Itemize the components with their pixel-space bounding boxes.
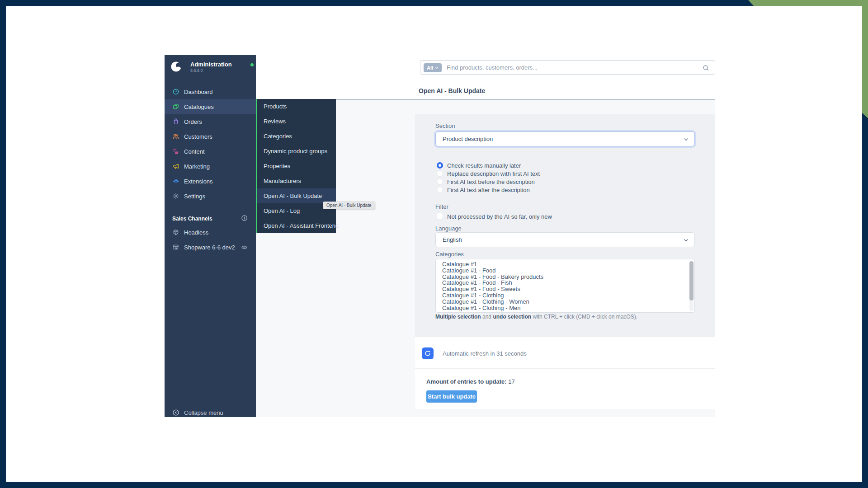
search-input[interactable] xyxy=(447,61,691,74)
filter-checkbox-label: Not processed by the AI so far, only new xyxy=(447,213,552,220)
extensions-icon xyxy=(172,178,179,185)
collapse-menu-button[interactable]: Collapse menu xyxy=(165,405,256,420)
page-title: Open AI - Bulk Update xyxy=(419,87,485,94)
add-sales-channel-button[interactable] xyxy=(241,215,248,221)
start-bulk-update-button[interactable]: Start bulk update xyxy=(426,390,477,403)
radio-label: Check results manually later xyxy=(447,162,521,169)
list-item[interactable]: Catalogue #1 - Clothing - Men xyxy=(436,305,694,311)
flyout-item-products[interactable]: Products xyxy=(257,99,336,114)
list-item[interactable]: Catalogue #1 - Clothing - Women xyxy=(436,299,694,305)
marketing-icon xyxy=(172,163,179,170)
collapse-icon xyxy=(172,409,179,416)
sidebar-item-label: Dashboard xyxy=(184,89,213,95)
eye-icon[interactable] xyxy=(241,244,248,251)
sidebar-item-orders[interactable]: Orders xyxy=(165,114,256,129)
radio-icon xyxy=(437,178,443,185)
flyout-item-properties[interactable]: Properties xyxy=(257,159,336,174)
sidebar-item-dashboard[interactable]: Dashboard xyxy=(165,84,256,99)
sidebar-header: Administration 6.6.9.0 xyxy=(171,61,252,74)
list-item[interactable]: Catalogue #1 - Free time & electronics xyxy=(436,311,694,313)
section-select[interactable]: Product description xyxy=(435,131,695,146)
scrollbar-thumb[interactable] xyxy=(689,261,693,300)
categories-label: Categories xyxy=(435,251,464,258)
language-select-value: English xyxy=(443,236,462,243)
global-search-bar: All xyxy=(420,60,715,75)
categories-list: Catalogue #1 Catalogue #1 - Food Catalog… xyxy=(436,261,694,313)
chevron-down-icon xyxy=(683,237,689,243)
sidebar-item-settings[interactable]: Settings xyxy=(165,189,256,204)
sidebar: Administration 6.6.9.0 Dashboard Catalog… xyxy=(165,55,256,417)
tooltip: Open AI - Bulk Update xyxy=(323,202,375,209)
list-item[interactable]: Catalogue #1 xyxy=(436,261,694,267)
multi-select-hint: Multiple selection and undo selection wi… xyxy=(435,314,637,320)
filter-label: Filter xyxy=(435,203,448,210)
refresh-icon xyxy=(424,350,431,357)
catalogues-icon xyxy=(172,103,179,110)
entries-label: Amount of entries to update: xyxy=(426,378,507,385)
sidebar-item-label: Shopware 6-6 dev2 xyxy=(184,244,235,251)
list-item[interactable]: Catalogue #1 - Food - Sweets xyxy=(436,286,694,292)
app-version: 6.6.9.0 xyxy=(190,68,203,73)
section-select-value: Product description xyxy=(443,136,493,142)
catalogues-flyout-menu: Products Reviews Categories Dynamic prod… xyxy=(256,99,336,233)
card-divider xyxy=(415,368,715,369)
gear-icon xyxy=(172,192,179,200)
flyout-item-dynamic-product-groups[interactable]: Dynamic product groups xyxy=(257,144,336,159)
dashboard-icon xyxy=(172,88,179,95)
sidebar-item-extensions[interactable]: Extensions xyxy=(165,174,256,189)
radio-icon xyxy=(437,187,443,193)
sidebar-item-label: Content xyxy=(184,148,205,155)
desktop-frame: Administration 6.6.9.0 Dashboard Catalog… xyxy=(0,0,868,488)
sidebar-item-label: Catalogues xyxy=(184,103,214,110)
section-label: Section xyxy=(435,122,455,129)
chevron-down-icon xyxy=(683,136,689,142)
sidebar-item-content[interactable]: Content xyxy=(165,144,256,159)
list-item[interactable]: Catalogue #1 - Clothing xyxy=(436,292,694,299)
sidebar-item-marketing[interactable]: Marketing xyxy=(165,159,256,174)
radio-selected-icon xyxy=(437,162,443,169)
app-title: Administration xyxy=(190,61,232,68)
orders-icon xyxy=(172,118,179,125)
radio-icon xyxy=(437,170,443,177)
sidebar-item-label: Orders xyxy=(184,118,202,125)
flyout-item-openai-assistant-frontend[interactable]: Open AI - Assistant Frontend xyxy=(257,218,336,233)
sidebar-item-label: Extensions xyxy=(184,178,213,185)
sidebar-item-customers[interactable]: Customers xyxy=(165,129,256,144)
search-scope-chip[interactable]: All xyxy=(424,63,442,72)
sidebar-item-headless[interactable]: Headless xyxy=(165,225,256,240)
radio-label: First AI text before the description xyxy=(447,178,535,185)
customers-icon xyxy=(172,133,179,140)
search-scope-label: All xyxy=(427,65,433,70)
language-select[interactable]: English xyxy=(435,232,695,247)
form-divider xyxy=(435,157,695,157)
list-item[interactable]: Catalogue #1 - Food - Fish xyxy=(436,280,694,286)
chevron-down-icon xyxy=(435,66,439,70)
search-icon[interactable] xyxy=(703,65,709,71)
sidebar-item-label: Settings xyxy=(184,193,205,200)
sidebar-item-label: Marketing xyxy=(184,163,210,170)
sales-channels-heading: Sales Channels xyxy=(172,216,212,222)
list-item[interactable]: Catalogue #1 - Food - Bakery products xyxy=(436,274,694,280)
language-label: Language xyxy=(435,225,462,232)
refresh-button[interactable] xyxy=(422,347,434,359)
collapse-menu-label: Collapse menu xyxy=(184,409,223,416)
sidebar-item-shopware-dev2[interactable]: Shopware 6-6 dev2 xyxy=(165,240,256,255)
entries-summary: Amount of entries to update: 17 xyxy=(426,378,515,385)
content-icon xyxy=(172,148,179,155)
app-window: Administration 6.6.9.0 Dashboard Catalog… xyxy=(6,6,862,482)
status-dot xyxy=(250,63,254,66)
list-item[interactable]: Catalogue #1 - Food xyxy=(436,267,694,274)
radio-label: First AI text after the description xyxy=(447,187,530,193)
storefront-icon xyxy=(172,244,179,251)
sidebar-item-catalogues[interactable]: Catalogues xyxy=(165,99,256,114)
flyout-item-categories[interactable]: Categories xyxy=(257,129,336,144)
flyout-item-manufacturers[interactable]: Manufacturers xyxy=(257,174,336,188)
sidebar-item-label: Customers xyxy=(184,133,212,140)
flyout-item-reviews[interactable]: Reviews xyxy=(257,114,336,129)
radio-label: Replace description with first AI text xyxy=(447,170,540,177)
filter-checkbox[interactable] xyxy=(437,213,443,219)
entries-value: 17 xyxy=(508,378,514,385)
categories-listbox[interactable]: Catalogue #1 Catalogue #1 - Food Catalog… xyxy=(435,259,695,313)
refresh-countdown-text: Automatic refresh in 31 seconds xyxy=(443,350,527,357)
sidebar-item-label: Headless xyxy=(184,229,208,236)
